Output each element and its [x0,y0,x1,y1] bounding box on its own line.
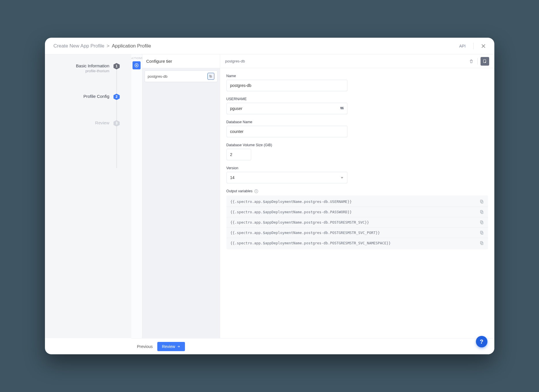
review-button[interactable]: Review [157,342,185,351]
field-label: Name [226,74,488,78]
tiers-heading: Configure tier [142,54,220,68]
field-label: Database Volume Size (GiB) [226,143,488,147]
edit-yaml-button[interactable] [481,57,489,66]
output-variables-label: Output variables [226,189,253,193]
svg-rect-7 [480,221,482,223]
review-button-label: Review [162,344,175,349]
svg-rect-8 [481,232,483,234]
step-review[interactable]: Review 3 [45,120,131,126]
field-volume-size: Database Volume Size (GiB) [226,143,488,160]
step-title: Basic Information [76,63,109,69]
step-profile-config[interactable]: Profile Config 2 [45,94,131,100]
stack-icon [339,106,345,111]
output-var-row: {{.spectro.app.$appDeploymentName.postgr… [226,217,488,228]
output-var-text: {{.spectro.app.$appDeploymentName.postgr… [230,210,352,214]
app-window: Create New App Profile > Application Pro… [45,38,494,354]
wizard-steps: Basic Information profile-thorium 1 Prof… [45,54,131,338]
config-panel: postgres-db Name USERNAME [220,54,494,338]
svg-rect-3 [480,200,482,202]
body: Basic Information profile-thorium 1 Prof… [45,54,494,338]
output-var-row: {{.spectro.app.$appDeploymentName.postgr… [226,207,488,217]
add-tier-button[interactable] [133,61,141,69]
copy-icon[interactable] [480,231,484,235]
delete-tier-button[interactable] [467,57,476,66]
copy-icon[interactable] [480,220,484,224]
username-input[interactable] [226,103,347,114]
arrow-right-icon [177,345,180,348]
step-badge-icon: 2 [114,94,120,100]
svg-rect-10 [481,242,483,245]
output-var-text: {{.spectro.app.$appDeploymentName.postgr… [230,220,369,224]
postgres-icon: 🐘 [207,73,214,80]
step-title: Profile Config [83,94,109,99]
wizard-footer: Previous Review [131,338,494,354]
form-area: Name USERNAME Database Name Database Vol… [220,68,494,338]
svg-rect-6 [481,222,483,224]
field-database-name: Database Name [226,120,488,137]
svg-rect-2 [481,201,483,203]
panel-title: postgres-db [225,59,245,63]
tier-item-label: postgres-db [148,74,168,79]
field-name: Name [226,74,488,91]
panel-divider [477,58,478,64]
svg-rect-9 [480,231,482,233]
step-badge-icon: 3 [114,120,120,126]
tiers-column: ACTIONS Configure tier postgres-db 🐘 [131,54,220,338]
api-link[interactable]: API [459,44,466,48]
tiers-area: Configure tier postgres-db 🐘 [142,54,220,338]
breadcrumb-root[interactable]: Create New App Profile [54,43,105,49]
field-version: Version 14 [226,166,488,183]
close-icon[interactable] [481,44,486,48]
svg-rect-5 [480,210,482,213]
panel-header: postgres-db [220,54,494,68]
name-input[interactable] [226,80,347,91]
field-username: USERNAME [226,97,488,114]
output-variables-list: {{.spectro.app.$appDeploymentName.postgr… [226,195,488,249]
field-label: Database Name [226,120,488,124]
step-connector [116,67,117,168]
output-var-row: {{.spectro.app.$appDeploymentName.postgr… [226,197,488,207]
output-var-text: {{.spectro.app.$appDeploymentName.postgr… [230,199,352,204]
svg-rect-4 [481,211,483,214]
previous-button[interactable]: Previous [137,344,153,349]
output-var-text: {{.spectro.app.$appDeploymentName.postgr… [230,231,380,235]
output-variables-section: Output variables i {{.spectro.app.$appDe… [226,189,488,249]
step-badge-icon: 1 [114,63,120,69]
svg-rect-11 [480,241,482,244]
copy-icon[interactable] [480,241,484,245]
header-divider [473,43,474,49]
document-edit-icon [483,59,487,64]
output-var-row: {{.spectro.app.$appDeploymentName.postgr… [226,228,488,238]
step-basic-information[interactable]: Basic Information profile-thorium 1 [45,63,131,73]
actions-strip: ACTIONS [131,54,142,338]
trash-icon [469,59,474,64]
output-var-text: {{.spectro.app.$appDeploymentName.postgr… [230,241,391,245]
tier-item-postgres-db[interactable]: postgres-db 🐘 [145,71,218,82]
plus-circle-icon [134,63,139,68]
field-label: Version [226,166,488,170]
copy-icon[interactable] [480,210,484,214]
breadcrumb-current: Application Profile [112,43,151,49]
volume-size-input[interactable] [226,149,251,160]
info-icon[interactable]: i [254,189,258,193]
step-title: Review [95,120,109,126]
header-bar: Create New App Profile > Application Pro… [45,38,494,54]
output-var-row: {{.spectro.app.$appDeploymentName.postgr… [226,238,488,248]
step-subtitle: profile-thorium [76,69,109,74]
actions-label: ACTIONS [130,57,143,60]
copy-icon[interactable] [480,199,484,204]
breadcrumb-sep: > [107,43,109,49]
field-label: USERNAME [226,97,488,101]
help-fab[interactable]: ? [476,336,487,347]
version-select[interactable]: 14 [226,172,347,183]
database-name-input[interactable] [226,126,347,137]
